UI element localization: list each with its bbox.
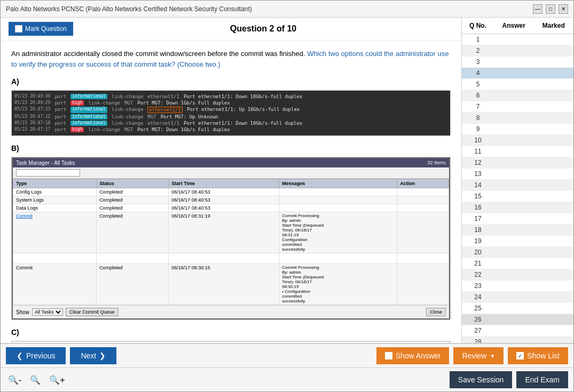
sidebar-item-number: 28: [462, 337, 494, 343]
sidebar-item-answer: [494, 337, 534, 343]
sidebar-list-item[interactable]: 24: [462, 292, 573, 303]
question-text: An administrator accidentally closed the…: [11, 49, 451, 69]
question-body[interactable]: An administrator accidentally closed the…: [1, 41, 461, 343]
sidebar-list-item[interactable]: 13: [462, 169, 573, 180]
sidebar-col-marked: Marked: [534, 20, 574, 31]
window-controls: — □ ✕: [533, 4, 568, 14]
end-exam-button[interactable]: End Exam: [516, 371, 568, 388]
sidebar-list-item[interactable]: 28: [462, 337, 573, 343]
sidebar-list-item[interactable]: 2: [462, 45, 573, 57]
sidebar-item-number: 22: [462, 269, 494, 280]
tm-cell-msg: [279, 196, 397, 204]
sidebar-item-marked: [534, 79, 574, 90]
log-row: 05/23 20:49:30 port informational link-c…: [14, 93, 447, 100]
review-button[interactable]: Review ▼: [453, 347, 504, 364]
sidebar-item-marked: [534, 281, 574, 291]
mark-question-button[interactable]: Mark Question: [9, 22, 73, 36]
sidebar-item-marked: [534, 314, 574, 325]
sidebar-list[interactable]: 1 2 3 4 5 6 7 8: [462, 34, 573, 343]
tm-clear-btn[interactable]: Clear Commit Queue: [66, 308, 119, 316]
sidebar-list-item[interactable]: 23: [462, 281, 573, 292]
sidebar-list-item[interactable]: 7: [462, 101, 573, 113]
sidebar-item-marked: [534, 191, 574, 202]
tm-count: 32 Items: [427, 160, 446, 166]
sidebar-item-marked: [534, 180, 574, 190]
sidebar-list-item[interactable]: 4: [462, 68, 573, 79]
right-sidebar: Q No. Answer Marked 1 2 3 4 5 6: [461, 18, 573, 343]
tm-cell-status: Completed: [97, 264, 169, 305]
main-content: Mark Question Question 2 of 10 An admini…: [1, 18, 573, 343]
sidebar-item-number: 13: [462, 169, 494, 179]
previous-button[interactable]: ❮ Previous: [6, 347, 66, 364]
next-button[interactable]: Next ❯: [70, 347, 116, 364]
sidebar-item-number: 1: [462, 34, 494, 45]
tm-cell-start: 06/16/17 08:40:53: [169, 204, 279, 212]
table-row: Commit Completed 06/16/17 08:31:19 Commi…: [13, 212, 449, 253]
sidebar-item-answer: [494, 157, 534, 168]
sidebar-list-item[interactable]: 25: [462, 303, 573, 314]
sidebar-item-answer: [494, 169, 534, 179]
sidebar-item-number: 17: [462, 213, 494, 224]
show-list-button[interactable]: ✓ Show List: [508, 347, 568, 364]
sidebar-item-marked: [534, 292, 574, 302]
sidebar-list-item[interactable]: 1: [462, 34, 573, 45]
maximize-button[interactable]: □: [546, 4, 555, 14]
minimize-button[interactable]: —: [533, 4, 542, 14]
sidebar-item-answer: [494, 34, 534, 45]
sidebar-list-item[interactable]: 17: [462, 213, 573, 225]
tm-table: Type Status Start Time Messages Action C…: [13, 179, 449, 305]
sidebar-list-item[interactable]: 11: [462, 146, 573, 157]
tm-show-select[interactable]: All Tasks: [32, 308, 63, 316]
sidebar-list-item[interactable]: 27: [462, 325, 573, 337]
sidebar-list-item[interactable]: 15: [462, 191, 573, 202]
show-answer-checkbox-icon: [385, 352, 392, 359]
sidebar-item-answer: [494, 236, 534, 246]
sidebar-item-marked: [534, 157, 574, 168]
sidebar-item-number: 8: [462, 113, 494, 123]
show-answer-button[interactable]: Show Answer: [376, 347, 450, 364]
tm-cell-action: [397, 188, 449, 196]
option-a-image: 05/23 20:49:30 port informational link-c…: [11, 90, 451, 136]
sidebar-list-item[interactable]: 3: [462, 57, 573, 68]
sidebar-list-item[interactable]: 26: [462, 314, 573, 325]
sidebar-list-item[interactable]: 6: [462, 90, 573, 101]
tm-search-input[interactable]: [16, 169, 80, 177]
question-title: Question 2 of 10: [73, 24, 453, 34]
tm-cell-type: Commit: [13, 264, 97, 305]
sidebar-item-answer: [494, 225, 534, 235]
option-c-label: C): [11, 328, 451, 337]
sidebar-item-answer: [494, 135, 534, 146]
main-window: Palo Alto Networks PCNSC (Palo Alto Netw…: [0, 0, 574, 392]
sidebar-item-answer: [494, 124, 534, 134]
tm-cell-msg: Commit ProcessingBy: adminStart Time (De…: [279, 212, 397, 253]
tm-close-btn[interactable]: Close: [426, 308, 446, 316]
sidebar-list-item[interactable]: 14: [462, 180, 573, 191]
zoom-in-button[interactable]: 🔍+: [47, 374, 67, 386]
sidebar-list-item[interactable]: 18: [462, 225, 573, 236]
zoom-out-button[interactable]: 🔍-: [6, 374, 23, 386]
tm-show-label: Show: [16, 309, 29, 315]
save-session-button[interactable]: Save Session: [450, 371, 513, 388]
sidebar-list-item[interactable]: 8: [462, 113, 573, 124]
tm-cell-type: System Logs: [13, 196, 97, 204]
sidebar-item-answer: [494, 258, 534, 269]
sidebar-list-item[interactable]: 12: [462, 157, 573, 169]
table-row: Config Logs Completed 06/16/17 08:40:53: [13, 188, 449, 196]
zoom-reset-button[interactable]: 🔍: [28, 374, 43, 386]
tm-cell-msg: [279, 188, 397, 196]
sidebar-list-item[interactable]: 10: [462, 135, 573, 146]
tm-cell-msg: [279, 204, 397, 212]
sidebar-item-number: 5: [462, 79, 494, 90]
sidebar-list-item[interactable]: 5: [462, 79, 573, 90]
sidebar-list-item[interactable]: 19: [462, 236, 573, 247]
sidebar-item-number: 3: [462, 57, 494, 67]
sidebar-item-marked: [534, 213, 574, 224]
sidebar-list-item[interactable]: 22: [462, 269, 573, 281]
sidebar-list-item[interactable]: 21: [462, 258, 573, 269]
sidebar-list-item[interactable]: 9: [462, 124, 573, 135]
tm-cell-empty: [397, 253, 449, 264]
sidebar-list-item[interactable]: 20: [462, 247, 573, 258]
sidebar-list-item[interactable]: 16: [462, 202, 573, 213]
tm-cell-start: 06/16/17 08:30:15: [169, 264, 279, 305]
close-button[interactable]: ✕: [559, 4, 568, 14]
